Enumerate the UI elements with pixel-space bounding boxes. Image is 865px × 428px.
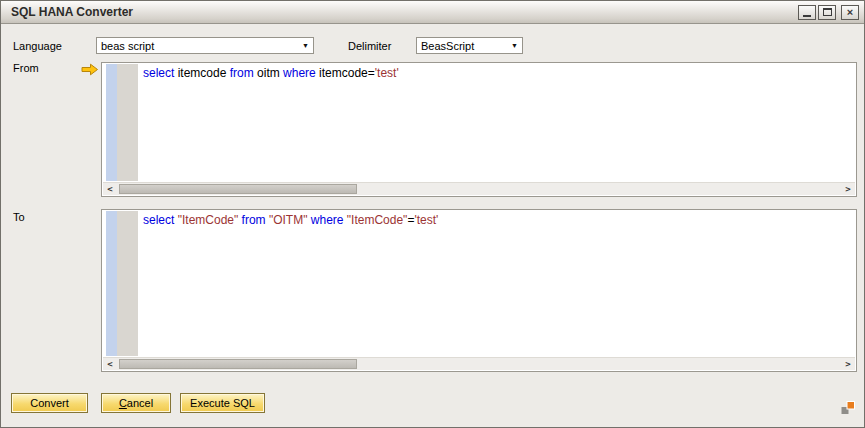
sql-hana-converter-window: SQL HANA Converter × Language beas scrip… [0,0,865,428]
execute-sql-button[interactable]: Execute SQL [180,393,265,413]
maximize-icon [823,8,832,16]
delimiter-label: Delimiter [348,40,391,52]
resize-grip-icon[interactable] [840,400,856,416]
minimize-icon [803,15,811,17]
cancel-button-label: ancel [127,397,153,409]
scroll-left-icon[interactable]: < [103,358,117,371]
to-editor-hscrollbar[interactable]: < > [103,357,855,370]
delimiter-value: BeasScript [421,40,507,52]
maximize-button[interactable] [818,5,836,20]
language-label: Language [13,40,62,52]
delimiter-select[interactable]: BeasScript ▼ [416,37,523,54]
cancel-button[interactable]: Cancel [101,393,171,413]
from-scroll-track[interactable] [117,183,841,195]
titlebar: SQL HANA Converter × [1,1,864,24]
language-value: beas script [101,40,298,52]
close-button[interactable]: × [841,5,859,20]
convert-button[interactable]: Convert [11,393,88,413]
to-scroll-track[interactable] [117,358,841,370]
to-editor-gutter [117,211,138,356]
language-select[interactable]: beas script ▼ [96,37,314,54]
arrow-right-icon [81,63,99,76]
from-editor-hscrollbar[interactable]: < > [103,182,855,195]
close-icon: × [847,7,853,18]
from-scroll-thumb[interactable] [119,184,357,194]
cancel-button-mnemonic: C [119,397,127,409]
scroll-left-icon[interactable]: < [103,183,117,196]
to-label: To [13,211,25,223]
from-label: From [13,62,39,74]
convert-button-label: Convert [30,397,69,409]
scroll-right-icon[interactable]: > [841,183,855,196]
from-editor-gutter [117,64,138,181]
from-sql-text[interactable]: select itemcode from oitm where itemcode… [143,66,852,81]
to-scroll-thumb[interactable] [119,359,357,369]
from-editor[interactable]: select itemcode from oitm where itemcode… [101,62,857,197]
from-editor-gutter-margin [106,64,117,181]
to-editor[interactable]: select "ItemCode" from "OITM" where "Ite… [101,209,857,372]
execute-sql-button-label: Execute SQL [190,397,255,409]
window-title: SQL HANA Converter [11,5,798,19]
to-sql-text[interactable]: select "ItemCode" from "OITM" where "Ite… [143,213,852,228]
chevron-down-icon: ▼ [511,42,518,49]
to-editor-gutter-margin [106,211,117,356]
window-controls: × [798,5,859,20]
minimize-button[interactable] [798,5,816,20]
scroll-right-icon[interactable]: > [841,358,855,371]
chevron-down-icon: ▼ [302,42,309,49]
